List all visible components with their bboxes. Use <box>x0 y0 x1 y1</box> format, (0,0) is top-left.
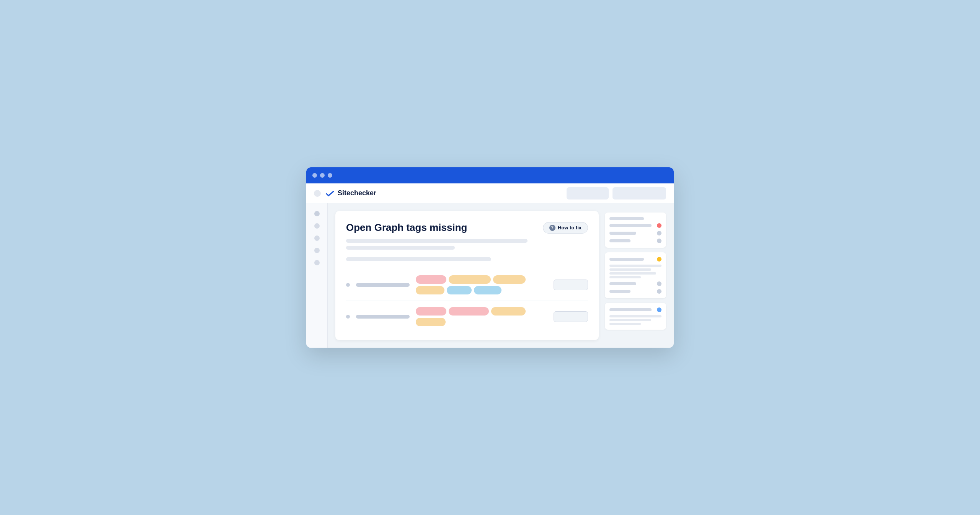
panel-subline-3 <box>609 272 656 275</box>
row-label-2 <box>356 315 410 319</box>
desc-line-1 <box>346 239 528 243</box>
filter-bar <box>346 257 491 261</box>
card-title: Open Graph tags missing <box>346 222 467 234</box>
panel-row-1 <box>609 217 662 220</box>
panel-section-2 <box>605 252 666 298</box>
toolbar-button-2[interactable] <box>612 187 666 199</box>
toolbar-buttons <box>567 187 666 199</box>
panel-line-5 <box>609 258 644 261</box>
help-icon: ? <box>549 225 555 231</box>
panel-dot-gray-1 <box>657 231 662 235</box>
brand-icon <box>325 189 335 198</box>
tag-blue-1 <box>447 286 472 294</box>
browser-toolbar: Sitechecker <box>306 183 674 203</box>
row-dot-1 <box>346 283 350 287</box>
sidebar-item-3[interactable] <box>314 235 320 241</box>
panel-subline-2 <box>609 268 651 271</box>
row-label-1 <box>356 283 410 287</box>
panel-row-3 <box>609 231 662 235</box>
panel-sublines-2 <box>609 315 662 325</box>
traffic-light-maximize[interactable] <box>328 173 332 178</box>
panel-line-6 <box>609 282 636 285</box>
traffic-light-minimize[interactable] <box>320 173 325 178</box>
table-row <box>346 269 588 301</box>
row-action-2[interactable] <box>554 311 588 322</box>
main-content: Open Graph tags missing ? How to fix <box>328 203 674 348</box>
panel-subline-4 <box>609 276 641 278</box>
toolbar-button-1[interactable] <box>567 187 609 199</box>
panel-section-3 <box>605 303 666 330</box>
panel-sublines-group <box>609 265 662 278</box>
panel-subline-1 <box>609 265 662 267</box>
tag-orange-1 <box>449 275 491 284</box>
panel-row-6 <box>609 281 662 286</box>
tag-orange-2 <box>493 275 526 284</box>
browser-window: Sitechecker Open Graph tags missing <box>306 167 674 348</box>
tag-pink-3 <box>449 307 489 316</box>
tag-blue-2 <box>474 286 501 294</box>
card-header: Open Graph tags missing ? How to fix <box>346 222 588 234</box>
sidebar-item-4[interactable] <box>314 248 320 253</box>
table-row-2 <box>346 301 588 332</box>
panel-sublines-1 <box>609 265 662 278</box>
panel-dot-red <box>657 223 662 228</box>
panel-line-4 <box>609 239 630 242</box>
content-card: Open Graph tags missing ? How to fix <box>335 211 599 340</box>
panel-row-4 <box>609 239 662 243</box>
tag-orange-5 <box>416 318 446 326</box>
panel-dot-blue <box>657 307 662 312</box>
how-to-fix-button[interactable]: ? How to fix <box>543 222 588 234</box>
nav-circle <box>314 190 321 197</box>
panel-dot-gray-4 <box>657 289 662 294</box>
panel-line-3 <box>609 232 636 235</box>
how-to-fix-label: How to fix <box>558 225 581 231</box>
panel-row-8 <box>609 307 662 312</box>
panel-line-2 <box>609 224 652 227</box>
right-panel <box>605 211 666 340</box>
sidebar <box>306 203 328 348</box>
row-action-1[interactable] <box>554 280 588 290</box>
traffic-light-close[interactable] <box>312 173 317 178</box>
desc-line-2 <box>346 246 455 250</box>
panel-line-7 <box>609 290 630 293</box>
tag-orange-3 <box>416 286 444 294</box>
panel-sublines-group-2 <box>609 315 662 325</box>
brand-name: Sitechecker <box>338 189 376 197</box>
panel-subline-5 <box>609 315 662 317</box>
browser-body: Open Graph tags missing ? How to fix <box>306 203 674 348</box>
panel-dot-gray-2 <box>657 239 662 243</box>
panel-dot-gray-3 <box>657 281 662 286</box>
panel-row-5 <box>609 257 662 262</box>
row-tags-1 <box>416 275 547 294</box>
tag-pink-2 <box>416 307 446 316</box>
row-tags-2 <box>416 307 547 326</box>
brand: Sitechecker <box>325 189 376 198</box>
sidebar-item-2[interactable] <box>314 223 320 229</box>
panel-subline-6 <box>609 319 651 321</box>
panel-dot-orange <box>657 257 662 262</box>
browser-titlebar <box>306 167 674 183</box>
description-lines <box>346 239 588 250</box>
panel-row-2 <box>609 223 662 228</box>
sidebar-item-5[interactable] <box>314 260 320 265</box>
panel-line-1 <box>609 217 644 220</box>
sidebar-item-1[interactable] <box>314 211 320 216</box>
panel-section-1 <box>605 213 666 248</box>
panel-line-8 <box>609 308 652 311</box>
tag-orange-4 <box>491 307 526 316</box>
panel-row-7 <box>609 289 662 294</box>
tag-pink-1 <box>416 275 446 284</box>
row-dot-2 <box>346 315 350 319</box>
panel-subline-7 <box>609 323 641 325</box>
